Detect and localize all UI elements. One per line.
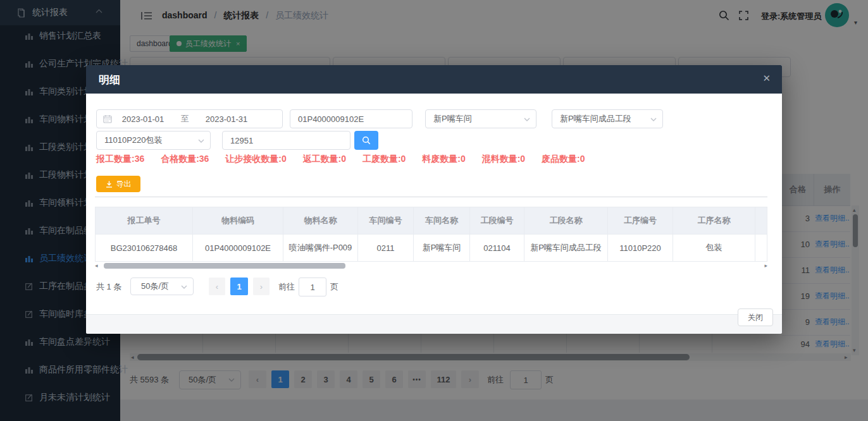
stat-reported: 报工数量:36 — [96, 154, 144, 164]
material-code-input[interactable] — [290, 110, 412, 128]
modal-page-size-select[interactable]: 50条/页 — [130, 278, 194, 295]
col-process-name: 工序名称 — [673, 207, 755, 234]
section-select[interactable]: 新P嘴车间成品工段 — [552, 109, 663, 128]
col-report-no: 报工单号 — [96, 207, 193, 234]
stat-waste: 废品数量:0 — [542, 154, 585, 164]
table-row: BG230106278468 01P4000009102E 喷油嘴偶件-P009… — [96, 234, 767, 261]
app-root: 统计报表 销售计划汇总表 公司生产计划完成统计 车间类别计划 车间物料计划 工段… — [0, 0, 868, 421]
modal-goto-label: 前往 — [278, 281, 295, 293]
detail-modal: 明细 ✕ 2023-01-01 至 2023-01-31 新P嘴车间 新P嘴车间… — [86, 65, 782, 333]
col-process-no: 工序编号 — [608, 207, 673, 234]
modal-page-size-value: 50条/页 — [141, 281, 169, 292]
stat-process-scrap: 工废数量:0 — [363, 154, 406, 164]
search-icon — [362, 136, 371, 145]
cell-process-name: 包装 — [673, 235, 755, 261]
modal-header: 明细 ✕ — [86, 65, 782, 94]
export-button[interactable]: 导出 — [96, 176, 140, 192]
material-code-field[interactable] — [290, 109, 412, 128]
modal-next-page-button[interactable]: › — [253, 278, 270, 295]
stat-concession: 让步接收数量:0 — [225, 154, 286, 164]
cell-material-name: 喷油嘴偶件-P009 — [283, 235, 358, 261]
col-workshop-no: 车间编号 — [358, 207, 414, 234]
col-partial — [755, 207, 767, 234]
col-section-name: 工段名称 — [524, 207, 608, 234]
divider — [95, 197, 767, 197]
chevron-down-icon — [650, 118, 657, 121]
col-material-code: 物料编码 — [193, 207, 283, 234]
cell-section-name: 新P嘴车间成品工段 — [524, 235, 608, 261]
process-select-value: 11010P220包装 — [104, 135, 163, 146]
cell-report-no: BG230106278468 — [96, 235, 193, 261]
export-label: 导出 — [116, 179, 132, 190]
modal-goto-page-input[interactable] — [299, 278, 326, 296]
col-workshop-name: 车间名称 — [414, 207, 470, 234]
col-section-no: 工段编号 — [470, 207, 524, 234]
scrollbar-thumb[interactable] — [104, 263, 345, 269]
stat-mixed: 混料数量:0 — [482, 154, 525, 164]
chevron-down-icon — [524, 118, 530, 121]
search-button[interactable] — [354, 131, 378, 150]
workshop-select-value: 新P嘴车间 — [433, 113, 472, 125]
modal-page-button-1[interactable]: 1 — [230, 278, 248, 295]
table-header-row: 报工单号 物料编码 物料名称 车间编号 车间名称 工段编号 工段名称 工序编号 … — [96, 207, 767, 234]
stat-material-scrap: 料废数量:0 — [422, 154, 465, 164]
chevron-down-icon — [198, 139, 204, 143]
date-range-picker[interactable]: 2023-01-01 至 2023-01-31 — [96, 109, 283, 128]
modal-page-unit-label: 页 — [330, 281, 338, 293]
modal-prev-page-button[interactable]: ‹ — [209, 278, 225, 295]
cell-material-code: 01P4000009102E — [193, 235, 283, 261]
detail-table: 报工单号 物料编码 物料名称 车间编号 车间名称 工段编号 工段名称 工序编号 … — [95, 207, 767, 262]
end-date-value[interactable]: 2023-01-31 — [195, 114, 257, 124]
process-select[interactable]: 11010P220包装 — [96, 131, 211, 150]
cell-workshop-name: 新P嘴车间 — [414, 235, 470, 261]
table-horizontal-scrollbar[interactable]: ◂ ▸ — [95, 262, 767, 270]
modal-total-count: 共 1 条 — [96, 281, 121, 293]
chevron-down-icon — [181, 285, 187, 289]
section-select-value: 新P嘴车间成品工段 — [560, 113, 631, 125]
employee-code-input[interactable] — [223, 131, 350, 149]
scroll-left-icon[interactable]: ◂ — [95, 262, 98, 269]
calendar-icon — [103, 114, 112, 123]
cell-section-no: 021104 — [470, 235, 524, 261]
cell-partial — [755, 235, 767, 261]
close-icon[interactable]: ✕ — [762, 73, 771, 84]
download-icon — [106, 181, 113, 188]
stat-qualified: 合格数量:36 — [161, 154, 209, 164]
summary-stats: 报工数量:36 合格数量:36 让步接收数量:0 返工数量:0 工废数量:0 料… — [96, 154, 598, 165]
cell-workshop-no: 0211 — [358, 235, 414, 261]
date-range-separator: 至 — [174, 113, 195, 125]
modal-close-button[interactable]: 关闭 — [738, 308, 773, 326]
stat-rework: 返工数量:0 — [303, 154, 346, 164]
employee-code-field[interactable] — [222, 131, 350, 150]
modal-footer: 关闭 — [86, 314, 782, 334]
workshop-select[interactable]: 新P嘴车间 — [425, 109, 536, 128]
start-date-value[interactable]: 2023-01-01 — [112, 114, 174, 124]
cell-process-no: 11010P220 — [608, 235, 673, 261]
scroll-right-icon[interactable]: ▸ — [764, 262, 767, 269]
col-material-name: 物料名称 — [283, 207, 358, 234]
modal-title: 明细 — [99, 73, 120, 87]
